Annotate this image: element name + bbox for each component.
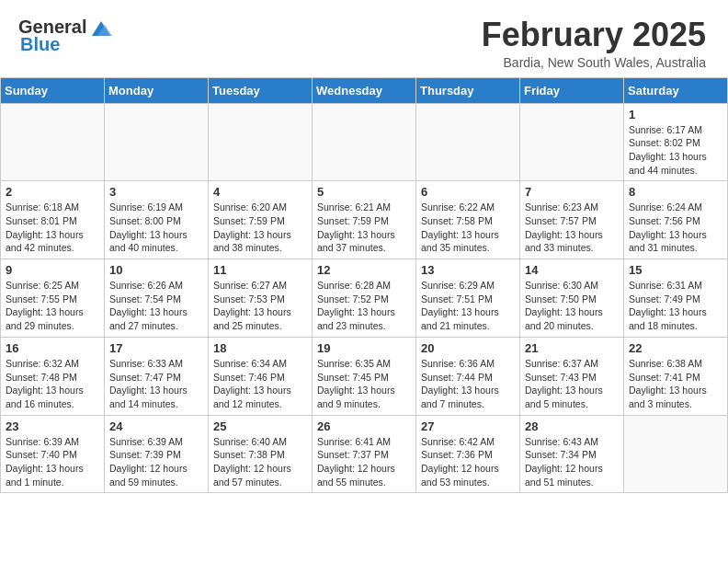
calendar-cell: 11Sunrise: 6:27 AMSunset: 7:53 PMDayligh… bbox=[209, 259, 313, 338]
day-info: Sunrise: 6:23 AMSunset: 7:57 PMDaylight:… bbox=[525, 201, 619, 255]
day-number: 18 bbox=[213, 341, 307, 355]
weekday-saturday: Saturday bbox=[624, 77, 728, 103]
day-number: 13 bbox=[421, 263, 515, 277]
day-info: Sunrise: 6:37 AMSunset: 7:43 PMDaylight:… bbox=[525, 357, 619, 411]
calendar-table: SundayMondayTuesdayWednesdayThursdayFrid… bbox=[0, 77, 728, 494]
day-number: 17 bbox=[109, 341, 203, 355]
day-info: Sunrise: 6:20 AMSunset: 7:59 PMDaylight:… bbox=[213, 201, 307, 255]
calendar-cell: 5Sunrise: 6:21 AMSunset: 7:59 PMDaylight… bbox=[313, 181, 416, 259]
day-info: Sunrise: 6:43 AMSunset: 7:34 PMDaylight:… bbox=[525, 435, 619, 489]
calendar-cell: 9Sunrise: 6:25 AMSunset: 7:55 PMDaylight… bbox=[1, 259, 105, 338]
calendar-cell bbox=[624, 415, 728, 493]
calendar-cell: 8Sunrise: 6:24 AMSunset: 7:56 PMDaylight… bbox=[624, 181, 728, 259]
day-number: 11 bbox=[213, 263, 307, 277]
day-info: Sunrise: 6:27 AMSunset: 7:53 PMDaylight:… bbox=[213, 279, 307, 333]
logo-blue-text: Blue bbox=[20, 34, 60, 55]
calendar-cell bbox=[520, 103, 624, 181]
week-row-3: 9Sunrise: 6:25 AMSunset: 7:55 PMDaylight… bbox=[1, 259, 728, 338]
day-number: 5 bbox=[317, 185, 411, 199]
calendar-cell: 18Sunrise: 6:34 AMSunset: 7:46 PMDayligh… bbox=[209, 337, 313, 415]
day-number: 19 bbox=[317, 341, 411, 355]
calendar-cell bbox=[105, 103, 209, 181]
day-info: Sunrise: 6:38 AMSunset: 7:41 PMDaylight:… bbox=[629, 357, 722, 411]
day-number: 10 bbox=[109, 263, 203, 277]
day-number: 9 bbox=[6, 263, 99, 277]
calendar-cell: 16Sunrise: 6:32 AMSunset: 7:48 PMDayligh… bbox=[1, 337, 105, 415]
calendar-cell bbox=[313, 103, 416, 181]
header: General Blue February 2025 Bardia, New S… bbox=[0, 0, 728, 77]
day-info: Sunrise: 6:32 AMSunset: 7:48 PMDaylight:… bbox=[6, 357, 99, 411]
month-title: February 2025 bbox=[482, 17, 706, 53]
day-info: Sunrise: 6:24 AMSunset: 7:56 PMDaylight:… bbox=[629, 201, 722, 255]
week-row-2: 2Sunrise: 6:18 AMSunset: 8:01 PMDaylight… bbox=[1, 181, 728, 259]
calendar-cell bbox=[209, 103, 313, 181]
weekday-header-row: SundayMondayTuesdayWednesdayThursdayFrid… bbox=[1, 77, 728, 103]
day-info: Sunrise: 6:25 AMSunset: 7:55 PMDaylight:… bbox=[6, 279, 99, 333]
calendar-cell: 27Sunrise: 6:42 AMSunset: 7:36 PMDayligh… bbox=[416, 415, 520, 493]
calendar-cell: 14Sunrise: 6:30 AMSunset: 7:50 PMDayligh… bbox=[520, 259, 624, 338]
day-number: 14 bbox=[525, 263, 619, 277]
day-info: Sunrise: 6:28 AMSunset: 7:52 PMDaylight:… bbox=[317, 279, 411, 333]
day-number: 24 bbox=[109, 419, 203, 433]
day-info: Sunrise: 6:18 AMSunset: 8:01 PMDaylight:… bbox=[6, 201, 99, 255]
calendar-cell: 10Sunrise: 6:26 AMSunset: 7:54 PMDayligh… bbox=[105, 259, 209, 338]
calendar-cell: 23Sunrise: 6:39 AMSunset: 7:40 PMDayligh… bbox=[1, 415, 105, 493]
day-info: Sunrise: 6:30 AMSunset: 7:50 PMDaylight:… bbox=[525, 279, 619, 333]
weekday-monday: Monday bbox=[105, 77, 209, 103]
day-number: 23 bbox=[6, 419, 99, 433]
calendar-cell: 12Sunrise: 6:28 AMSunset: 7:52 PMDayligh… bbox=[313, 259, 416, 338]
day-number: 3 bbox=[109, 185, 203, 199]
day-number: 8 bbox=[629, 185, 722, 199]
logo-icon bbox=[88, 17, 114, 38]
day-number: 12 bbox=[317, 263, 411, 277]
day-number: 6 bbox=[421, 185, 515, 199]
calendar-cell bbox=[1, 103, 105, 181]
location: Bardia, New South Wales, Australia bbox=[482, 55, 706, 70]
calendar-cell: 2Sunrise: 6:18 AMSunset: 8:01 PMDaylight… bbox=[1, 181, 105, 259]
day-number: 25 bbox=[213, 419, 307, 433]
day-number: 7 bbox=[525, 185, 619, 199]
day-info: Sunrise: 6:19 AMSunset: 8:00 PMDaylight:… bbox=[109, 201, 203, 255]
day-info: Sunrise: 6:17 AMSunset: 8:02 PMDaylight:… bbox=[629, 123, 722, 178]
day-info: Sunrise: 6:22 AMSunset: 7:58 PMDaylight:… bbox=[421, 201, 515, 255]
weekday-friday: Friday bbox=[520, 77, 624, 103]
day-info: Sunrise: 6:40 AMSunset: 7:38 PMDaylight:… bbox=[213, 435, 307, 489]
calendar-cell bbox=[416, 103, 520, 181]
calendar-cell: 25Sunrise: 6:40 AMSunset: 7:38 PMDayligh… bbox=[209, 415, 313, 493]
weekday-tuesday: Tuesday bbox=[209, 77, 313, 103]
week-row-5: 23Sunrise: 6:39 AMSunset: 7:40 PMDayligh… bbox=[1, 415, 728, 493]
day-info: Sunrise: 6:35 AMSunset: 7:45 PMDaylight:… bbox=[317, 357, 411, 411]
calendar-page: General Blue February 2025 Bardia, New S… bbox=[0, 0, 728, 563]
weekday-wednesday: Wednesday bbox=[313, 77, 416, 103]
day-number: 20 bbox=[421, 341, 515, 355]
day-number: 4 bbox=[213, 185, 307, 199]
day-number: 1 bbox=[629, 108, 722, 121]
calendar-cell: 17Sunrise: 6:33 AMSunset: 7:47 PMDayligh… bbox=[105, 337, 209, 415]
day-number: 21 bbox=[525, 341, 619, 355]
weekday-sunday: Sunday bbox=[1, 77, 105, 103]
day-info: Sunrise: 6:42 AMSunset: 7:36 PMDaylight:… bbox=[421, 435, 515, 489]
day-number: 15 bbox=[629, 263, 722, 277]
calendar-cell: 1Sunrise: 6:17 AMSunset: 8:02 PMDaylight… bbox=[624, 103, 728, 181]
calendar-cell: 24Sunrise: 6:39 AMSunset: 7:39 PMDayligh… bbox=[105, 415, 209, 493]
calendar-cell: 15Sunrise: 6:31 AMSunset: 7:49 PMDayligh… bbox=[624, 259, 728, 338]
day-info: Sunrise: 6:39 AMSunset: 7:39 PMDaylight:… bbox=[109, 435, 203, 489]
day-info: Sunrise: 6:26 AMSunset: 7:54 PMDaylight:… bbox=[109, 279, 203, 333]
calendar-cell: 28Sunrise: 6:43 AMSunset: 7:34 PMDayligh… bbox=[520, 415, 624, 493]
day-number: 28 bbox=[525, 419, 619, 433]
calendar-cell: 7Sunrise: 6:23 AMSunset: 7:57 PMDaylight… bbox=[520, 181, 624, 259]
calendar-cell: 20Sunrise: 6:36 AMSunset: 7:44 PMDayligh… bbox=[416, 337, 520, 415]
day-info: Sunrise: 6:36 AMSunset: 7:44 PMDaylight:… bbox=[421, 357, 515, 411]
day-number: 2 bbox=[6, 185, 99, 199]
day-number: 26 bbox=[317, 419, 411, 433]
day-info: Sunrise: 6:34 AMSunset: 7:46 PMDaylight:… bbox=[213, 357, 307, 411]
day-info: Sunrise: 6:39 AMSunset: 7:40 PMDaylight:… bbox=[6, 435, 99, 489]
day-number: 27 bbox=[421, 419, 515, 433]
day-info: Sunrise: 6:41 AMSunset: 7:37 PMDaylight:… bbox=[317, 435, 411, 489]
day-number: 16 bbox=[6, 341, 99, 355]
day-info: Sunrise: 6:31 AMSunset: 7:49 PMDaylight:… bbox=[629, 279, 722, 333]
calendar-cell: 19Sunrise: 6:35 AMSunset: 7:45 PMDayligh… bbox=[313, 337, 416, 415]
calendar-cell: 13Sunrise: 6:29 AMSunset: 7:51 PMDayligh… bbox=[416, 259, 520, 338]
logo: General Blue bbox=[18, 17, 114, 55]
calendar-cell: 26Sunrise: 6:41 AMSunset: 7:37 PMDayligh… bbox=[313, 415, 416, 493]
